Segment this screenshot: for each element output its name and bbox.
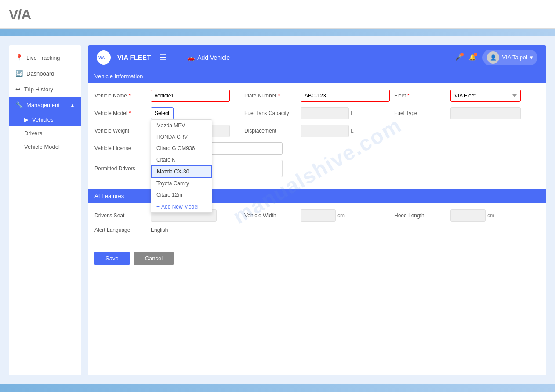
- alert-language-label: Alert Language: [94, 227, 147, 233]
- sidebar-item-label: Trip History: [24, 86, 53, 93]
- fleet-select[interactable]: VIA Fleet: [450, 90, 521, 102]
- hood-length-col: Hood Length cm: [394, 209, 540, 222]
- bullet-icon: ▶: [24, 116, 29, 123]
- vehicle-name-col: Vehicle Name *: [94, 90, 240, 102]
- alert-language-col: Alert Language English: [94, 227, 540, 233]
- page-title-text: Add Vehicle: [197, 54, 230, 61]
- divider: [177, 51, 177, 64]
- fuel-type-col: Fuel Type: [394, 107, 540, 119]
- sidebar-item-management[interactable]: 🔧 Management ▲: [9, 97, 81, 113]
- sidebar-sub-item-drivers[interactable]: Drivers: [9, 126, 81, 140]
- vehicle-width-col: Vehicle Width cm: [244, 209, 390, 222]
- dropdown-item-mazda-mpv[interactable]: Mazda MPV: [151, 120, 212, 131]
- cancel-button[interactable]: Cancel: [134, 252, 174, 265]
- vehicle-model-select[interactable]: Select: [151, 107, 174, 119]
- fuel-tank-input[interactable]: [301, 107, 349, 119]
- app-logo: V/A: [97, 50, 111, 65]
- plate-number-input[interactable]: [301, 90, 390, 102]
- sidebar-item-label: Dashboard: [26, 70, 54, 77]
- app-title: VIA FLEET: [117, 54, 151, 61]
- fuel-unit: L: [351, 110, 354, 116]
- plate-number-col: Plate Number *: [244, 90, 390, 102]
- sidebar-item-label: Management: [26, 102, 60, 108]
- save-button[interactable]: Save: [94, 252, 130, 265]
- mic-button[interactable]: 🎤: [455, 54, 462, 61]
- chevron-up-icon: ▲: [70, 103, 75, 108]
- sidebar-item-live-tracking[interactable]: 📍 Live Tracking: [9, 50, 81, 65]
- fuel-tank-input-group: L: [301, 107, 354, 119]
- sidebar-item-dashboard[interactable]: 🔄 Dashboard: [9, 65, 81, 81]
- width-unit: cm: [337, 212, 345, 219]
- svg-text:V/A: V/A: [9, 7, 31, 22]
- content-wrapper: manualshive.com Vehicle Information Vehi…: [88, 69, 546, 272]
- dashboard-icon: 🔄: [15, 70, 23, 77]
- hood-length-label: Hood Length: [394, 212, 447, 219]
- vehicle-width-group: cm: [301, 209, 345, 222]
- dropdown-item-citaro-12m[interactable]: Citaro 12m: [151, 189, 212, 201]
- form-row-2: Vehicle Model * Select Mazda MPV HONDA C…: [94, 107, 540, 119]
- vehicle-license-label: Vehicle License: [94, 145, 147, 151]
- displacement-col: Displacement L: [244, 125, 390, 137]
- sidebar-sub-item-vehicle-model[interactable]: Vehicle Model: [9, 140, 81, 154]
- displacement-unit: L: [351, 128, 354, 134]
- add-new-model-btn[interactable]: + Add New Model: [151, 201, 212, 212]
- plus-icon: +: [156, 204, 160, 210]
- via-logo: V/A: [9, 4, 48, 25]
- sidebar-sub-label: Drivers: [24, 130, 42, 137]
- top-accent-bar: [0, 29, 555, 36]
- vehicle-name-label: Vehicle Name *: [94, 93, 147, 99]
- vehicle-info-header: Vehicle Information: [88, 69, 546, 83]
- vehicle-width-input[interactable]: [301, 209, 336, 222]
- hood-length-group: cm: [450, 209, 494, 222]
- hood-length-input[interactable]: [450, 209, 486, 222]
- sidebar: 📍 Live Tracking 🔄 Dashboard ↩ Trip Histo…: [9, 45, 81, 375]
- vehicle-info-form: Vehicle Name * Plate Number * Fleet *: [88, 83, 546, 189]
- app-header: V/A VIA FLEET ☰ 🚗 Add Vehicle 🎤 🔔 👤 VIA …: [88, 45, 546, 69]
- displacement-label: Displacement: [244, 128, 297, 134]
- plate-number-label: Plate Number *: [244, 93, 297, 99]
- svg-text:V/A: V/A: [98, 55, 105, 60]
- sidebar-sub-label: Vehicle Model: [24, 144, 60, 150]
- vehicle-name-input[interactable]: [151, 90, 230, 102]
- header-icons: 🎤 🔔 👤 VIA Taipei ▾: [455, 50, 537, 65]
- chevron-down-icon: ▾: [530, 54, 533, 61]
- vehicle-weight-label: Vehicle Weight: [94, 128, 147, 134]
- permitted-drivers-label: Permitted Drivers: [94, 165, 147, 172]
- dropdown-item-citaro-k[interactable]: Citaro K: [151, 154, 212, 165]
- history-icon: ↩: [15, 86, 21, 93]
- menu-icon[interactable]: ☰: [160, 53, 167, 62]
- dropdown-item-toyota-camry[interactable]: Toyota Camry: [151, 178, 212, 189]
- user-badge[interactable]: 👤 VIA Taipei ▾: [482, 50, 537, 65]
- form-row-1: Vehicle Name * Plate Number * Fleet *: [94, 90, 540, 102]
- sidebar-sub-label: Vehicles: [32, 116, 53, 123]
- drivers-seat-label: Driver's Seat: [94, 212, 147, 219]
- bell-button[interactable]: 🔔: [469, 54, 476, 61]
- displacement-input-group: L: [301, 125, 354, 137]
- tracking-icon: 📍: [15, 54, 23, 61]
- page-title-area: 🚗 Add Vehicle: [187, 54, 230, 61]
- user-name: VIA Taipei: [502, 54, 527, 61]
- vehicle-model-col: Vehicle Model * Select Mazda MPV HONDA C…: [94, 107, 240, 119]
- fleet-col: Fleet * VIA Fleet: [394, 90, 540, 102]
- vehicle-width-label: Vehicle Width: [244, 212, 297, 219]
- alert-language-value: English: [151, 227, 168, 233]
- fuel-type-input[interactable]: [450, 107, 521, 119]
- fuel-type-label: Fuel Type: [394, 110, 447, 116]
- top-bar: V/A: [0, 0, 555, 29]
- dropdown-list: Mazda MPV HONDA CRV Citaro G OM936 Citar…: [151, 119, 212, 213]
- vehicle-model-label: Vehicle Model *: [94, 110, 147, 116]
- dropdown-item-mazda-cx30[interactable]: Mazda CX-30: [151, 165, 212, 178]
- fleet-label: Fleet *: [394, 93, 447, 99]
- sidebar-item-trip-history[interactable]: ↩ Trip History: [9, 81, 81, 97]
- length-unit: cm: [487, 212, 494, 219]
- sidebar-item-label: Live Tracking: [26, 54, 60, 61]
- displacement-input[interactable]: [301, 125, 349, 137]
- ai-form-row-2: Alert Language English: [94, 227, 540, 233]
- content-area: V/A VIA FLEET ☰ 🚗 Add Vehicle 🎤 🔔 👤 VIA …: [88, 45, 546, 375]
- vehicle-model-dropdown[interactable]: Select Mazda MPV HONDA CRV Citaro G OM93…: [151, 107, 230, 119]
- sidebar-sub-item-vehicles[interactable]: ▶ Vehicles: [9, 113, 81, 126]
- fuel-tank-label: Fuel Tank Capacity: [244, 110, 297, 116]
- dropdown-item-honda-crv[interactable]: HONDA CRV: [151, 131, 212, 143]
- car-icon: 🚗: [187, 54, 195, 61]
- dropdown-item-citaro-g[interactable]: Citaro G OM936: [151, 143, 212, 154]
